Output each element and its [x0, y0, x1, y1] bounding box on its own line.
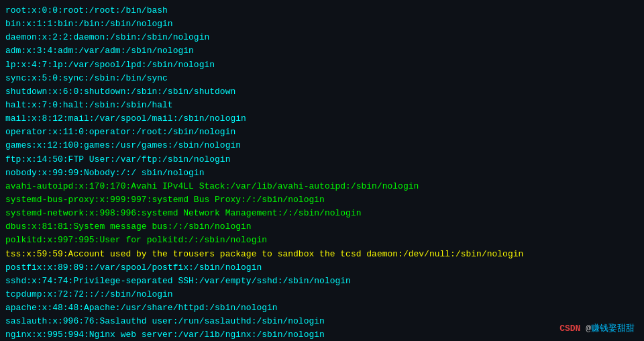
terminal-line: saslauth:x:996:76:Saslauthd user:/run/sa… — [5, 315, 639, 328]
terminal-line: avahi-autoipd:x:170:170:Avahi IPv4LL Sta… — [5, 180, 639, 193]
terminal-window: root:x:0:0:root:/root:/bin/bashbin:x:1:1… — [0, 0, 644, 341]
terminal-line: systemd-network:x:998:996:systemd Networ… — [5, 207, 639, 220]
terminal-line: shutdown:x:6:0:shutdown:/sbin:/sbin/shut… — [5, 85, 639, 99]
terminal-line: lp:x:4:7:lp:/var/spool/lpd:/sbin/nologin — [5, 58, 639, 72]
terminal-line: nginx:x:995:994:Nginx web server:/var/li… — [5, 328, 639, 341]
terminal-line: operator:x:11:0:operator:/root:/sbin/nol… — [5, 126, 639, 139]
terminal-line: apache:x:48:48:Apache:/usr/share/httpd:/… — [5, 301, 639, 315]
terminal-line: systemd-bus-proxy:x:999:997:systemd Bus … — [5, 193, 639, 207]
terminal-line: ftp:x:14:50:FTP User:/var/ftp:/sbin/nolo… — [5, 153, 639, 166]
terminal-line: postfix:x:89:89::/var/spool/postfix:/sbi… — [5, 261, 639, 275]
terminal-line: halt:x:7:0:halt:/sbin:/sbin/halt — [5, 99, 639, 112]
terminal-line: mail:x:8:12:mail:/var/spool/mail:/sbin/n… — [5, 112, 639, 126]
terminal-line: nobody:x:99:99:Nobody:/:/ sbin/nologin — [5, 166, 639, 180]
terminal-line: sync:x:5:0:sync:/sbin:/bin/sync — [5, 72, 639, 85]
terminal-line: daemon:x:2:2:daemon:/sbin:/sbin/nologin — [5, 31, 639, 44]
terminal-line: tcpdump:x:72:72::/:/sbin/nologin — [5, 288, 639, 301]
watermark: CSDN @赚钱娶甜甜 — [559, 322, 635, 334]
terminal-line: bin:x:1:1:bin:/bin:/sbin/nologin — [5, 17, 639, 31]
terminal-line: polkitd:x:997:995:User for polkitd:/:/sb… — [5, 234, 639, 247]
terminal-line: sshd:x:74:74:Privilege-separated SSH:/va… — [5, 275, 639, 288]
terminal-line: games:x:12:100:games:/usr/games:/sbin/no… — [5, 139, 639, 152]
terminal-content: root:x:0:0:root:/root:/bin/bashbin:x:1:1… — [5, 4, 639, 341]
terminal-line: adm:x:3:4:adm:/var/adm:/sbin/nologin — [5, 44, 639, 58]
watermark-handle: 赚钱娶甜甜 — [591, 324, 635, 334]
terminal-line: tss:x:59:59:Account used by the trousers… — [5, 248, 639, 261]
terminal-line: dbus:x:81:81:System message bus:/:/sbin/… — [5, 220, 639, 234]
terminal-line: root:x:0:0:root:/root:/bin/bash — [5, 4, 639, 17]
watermark-at: @ — [580, 324, 591, 334]
watermark-csdn: CSDN — [559, 324, 580, 334]
